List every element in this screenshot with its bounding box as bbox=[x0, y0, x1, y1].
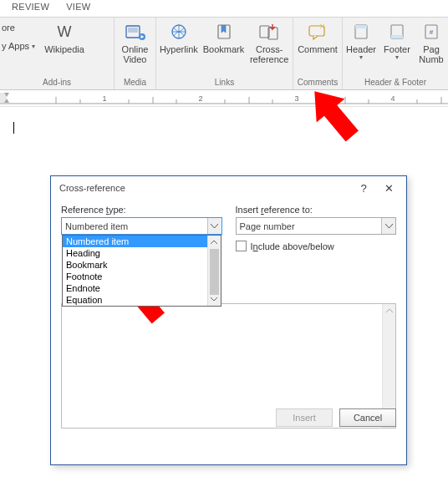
crossref-button[interactable]: Cross- reference bbox=[246, 18, 293, 64]
text-cursor bbox=[13, 122, 14, 134]
ribbon: ore y Apps ▾ W Wikipedia Add-ins bbox=[0, 17, 448, 90]
list-item[interactable]: Footnote bbox=[63, 271, 221, 282]
reftype-label: Reference type: bbox=[61, 205, 222, 215]
store-button[interactable]: ore bbox=[0, 19, 37, 36]
svg-rect-10 bbox=[355, 25, 367, 28]
dialog-title: Cross-reference bbox=[59, 183, 125, 193]
online-video-label: Online Video bbox=[122, 44, 149, 64]
insertref-combo[interactable]: Page number bbox=[236, 217, 397, 235]
tab-view[interactable]: VIEW bbox=[58, 0, 99, 13]
scroll-up-icon[interactable] bbox=[383, 304, 395, 317]
list-item[interactable]: Endnote bbox=[63, 282, 221, 294]
dialog-titlebar[interactable]: Cross-reference ? ✕ bbox=[51, 176, 406, 200]
ribbon-tabs: REVIEW VIEW bbox=[0, 0, 448, 17]
insertref-value: Page number bbox=[240, 221, 295, 231]
group-addins: ore y Apps ▾ W Wikipedia Add-ins bbox=[0, 18, 115, 89]
svg-rect-6 bbox=[260, 26, 269, 38]
help-button[interactable]: ? bbox=[351, 179, 376, 197]
insert-button: Insert bbox=[276, 408, 333, 427]
list-item[interactable]: Bookmark bbox=[63, 259, 221, 271]
list-item[interactable]: Equation bbox=[63, 294, 221, 306]
comment-icon bbox=[305, 21, 330, 43]
wikipedia-button[interactable]: W Wikipedia bbox=[40, 18, 89, 54]
pagenumber-button[interactable]: # Pag Numb bbox=[415, 18, 448, 64]
ruler-mark: 1 bbox=[102, 94, 106, 103]
insertref-label: Insert reference to: bbox=[236, 205, 397, 215]
list-item[interactable]: Heading bbox=[63, 247, 221, 259]
hyperlink-button[interactable]: Hyperlink bbox=[156, 18, 201, 54]
scroll-up-icon[interactable] bbox=[208, 236, 221, 249]
dropdown-icon[interactable] bbox=[381, 218, 395, 234]
comment-label: Comment bbox=[298, 44, 338, 54]
svg-text:W: W bbox=[58, 23, 72, 40]
pagenumber-icon: # bbox=[419, 21, 444, 43]
myapps-button[interactable]: y Apps ▾ bbox=[0, 38, 37, 54]
dropdown-icon: ▾ bbox=[32, 43, 35, 50]
header-button[interactable]: Header ▾ bbox=[343, 18, 379, 61]
crossref-icon bbox=[257, 21, 282, 43]
group-label-comments: Comments bbox=[293, 77, 342, 89]
reftype-combo[interactable]: Numbered item Numbered item Heading Book… bbox=[61, 217, 222, 235]
hyperlink-icon bbox=[166, 21, 191, 43]
ruler-mark: 4 bbox=[390, 94, 395, 103]
group-label-headerfooter: Header & Footer bbox=[343, 77, 448, 89]
bookmark-icon bbox=[211, 21, 237, 43]
group-headerfooter: Header ▾ Footer ▾ # Pag Numb Header & Fo… bbox=[343, 18, 448, 89]
dropdown-icon[interactable] bbox=[207, 218, 221, 234]
wikipedia-icon: W bbox=[52, 21, 77, 43]
video-icon bbox=[123, 21, 148, 43]
hyperlink-label: Hyperlink bbox=[160, 44, 198, 54]
footer-button[interactable]: Footer ▾ bbox=[379, 18, 415, 61]
group-comments: Comment Comments bbox=[293, 18, 343, 89]
header-icon bbox=[349, 21, 374, 43]
svg-rect-12 bbox=[391, 35, 403, 38]
cancel-button[interactable]: Cancel bbox=[339, 408, 396, 427]
group-label-media: Media bbox=[115, 77, 155, 89]
online-video-button[interactable]: Online Video bbox=[115, 18, 155, 64]
ruler-mark: 2 bbox=[198, 94, 202, 103]
group-label-addins: Add-ins bbox=[0, 77, 114, 89]
bookmark-button[interactable]: Bookmark bbox=[201, 18, 247, 54]
document-area[interactable] bbox=[0, 107, 448, 174]
reftype-listbox[interactable]: Numbered item Heading Bookmark Footnote … bbox=[62, 235, 221, 307]
svg-text:#: # bbox=[430, 28, 434, 36]
group-label-links: Links bbox=[156, 77, 293, 89]
scroll-thumb[interactable] bbox=[210, 249, 219, 295]
checkbox-icon bbox=[236, 241, 247, 251]
scrollbar[interactable] bbox=[207, 236, 221, 306]
group-media: Online Video Media bbox=[115, 18, 156, 89]
list-item[interactable]: Numbered item bbox=[63, 236, 221, 247]
scroll-down-icon[interactable] bbox=[208, 292, 221, 306]
comment-button[interactable]: Comment bbox=[293, 18, 342, 54]
include-label: Include above/below bbox=[251, 241, 334, 251]
crossref-dialog: Cross-reference ? ✕ Reference type: Numb… bbox=[50, 175, 407, 465]
ruler-mark: 3 bbox=[294, 94, 298, 103]
close-button[interactable]: ✕ bbox=[376, 179, 401, 197]
pagenumber-label: Pag Numb bbox=[419, 44, 443, 64]
ruler[interactable]: 1 2 3 4 bbox=[0, 90, 448, 107]
group-links: Hyperlink Bookmark Cross- reference Link… bbox=[156, 18, 293, 89]
svg-rect-2 bbox=[128, 28, 138, 33]
addins-mini: ore y Apps ▾ bbox=[0, 18, 40, 54]
reftype-value: Numbered item bbox=[65, 221, 128, 231]
wikipedia-label: Wikipedia bbox=[44, 44, 84, 54]
svg-rect-8 bbox=[309, 26, 324, 36]
tab-review[interactable]: REVIEW bbox=[3, 0, 58, 13]
store-label: ore bbox=[2, 23, 15, 33]
crossref-label: Cross- reference bbox=[250, 44, 288, 64]
myapps-label: y Apps bbox=[2, 41, 29, 51]
dropdown-icon: ▾ bbox=[395, 54, 399, 61]
dropdown-icon: ▾ bbox=[359, 54, 363, 61]
footer-icon bbox=[384, 21, 410, 43]
bookmark-label: Bookmark bbox=[203, 44, 245, 54]
include-checkbox[interactable]: Include above/below bbox=[236, 241, 397, 251]
